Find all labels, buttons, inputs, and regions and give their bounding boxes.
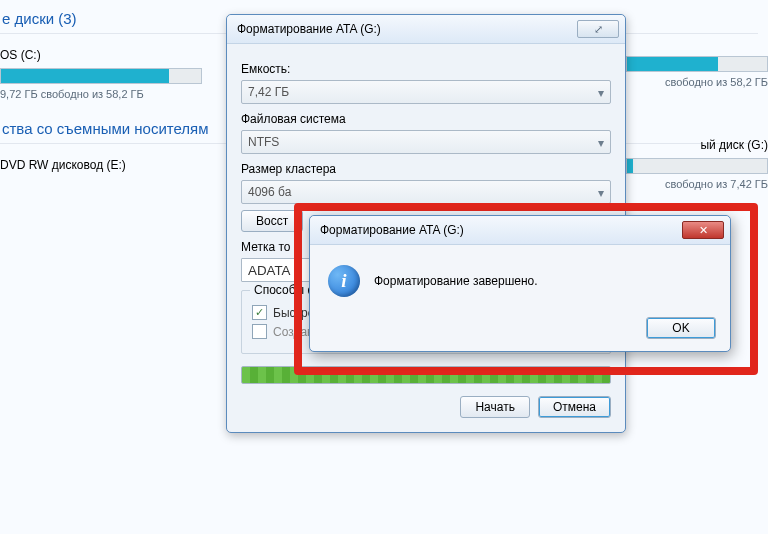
disks-section-title: е диски (3) bbox=[2, 10, 77, 27]
info-icon: i bbox=[328, 265, 360, 297]
chevron-down-icon: ▾ bbox=[598, 136, 604, 150]
message-dialog: Форматирование ATA (G:) ✕ i Форматирован… bbox=[309, 215, 731, 352]
format-titlebar[interactable]: Форматирование ATA (G:) ⤢ bbox=[227, 15, 625, 44]
drive-right-1-bar bbox=[626, 56, 768, 72]
capacity-select[interactable]: 7,42 ГБ▾ bbox=[241, 80, 611, 104]
cluster-label: Размер кластера bbox=[241, 162, 611, 176]
drive-right-2[interactable]: ый диск (G:) свободно из 7,42 ГБ bbox=[626, 138, 768, 190]
format-title: Форматирование ATA (G:) bbox=[237, 22, 381, 36]
start-button[interactable]: Начать bbox=[460, 396, 530, 418]
message-close-button[interactable]: ✕ bbox=[682, 221, 724, 239]
filesystem-label: Файловая система bbox=[241, 112, 611, 126]
format-close-button[interactable]: ⤢ bbox=[577, 20, 619, 38]
cluster-select[interactable]: 4096 ба▾ bbox=[241, 180, 611, 204]
capacity-label: Емкость: bbox=[241, 62, 611, 76]
close-icon: ✕ bbox=[699, 224, 708, 237]
filesystem-value: NTFS bbox=[248, 135, 279, 149]
drive-right-1[interactable]: свободно из 58,2 ГБ bbox=[626, 56, 768, 88]
cluster-value: 4096 ба bbox=[248, 185, 291, 199]
message-titlebar[interactable]: Форматирование ATA (G:) ✕ bbox=[310, 216, 730, 245]
checkbox-icon: ✓ bbox=[252, 324, 267, 339]
message-title: Форматирование ATA (G:) bbox=[320, 223, 464, 237]
chevron-down-icon: ▾ bbox=[598, 186, 604, 200]
drive-right-1-stat: свободно из 58,2 ГБ bbox=[626, 76, 768, 88]
ok-button[interactable]: OK bbox=[646, 317, 716, 339]
drive-right-2-title: ый диск (G:) bbox=[626, 138, 768, 152]
format-progress-bar bbox=[241, 366, 611, 384]
drive-right-2-stat: свободно из 7,42 ГБ bbox=[626, 178, 768, 190]
drive-right-2-bar bbox=[626, 158, 768, 174]
filesystem-select[interactable]: NTFS▾ bbox=[241, 130, 611, 154]
checkbox-icon: ✓ bbox=[252, 305, 267, 320]
drive-c-capacity-bar bbox=[0, 68, 202, 84]
cancel-button[interactable]: Отмена bbox=[538, 396, 611, 418]
chevron-down-icon: ▾ bbox=[598, 86, 604, 100]
capacity-value: 7,42 ГБ bbox=[248, 85, 289, 99]
close-icon: ⤢ bbox=[594, 23, 603, 36]
restore-defaults-button[interactable]: Восст bbox=[241, 210, 303, 232]
message-text: Форматирование завершено. bbox=[374, 274, 538, 288]
